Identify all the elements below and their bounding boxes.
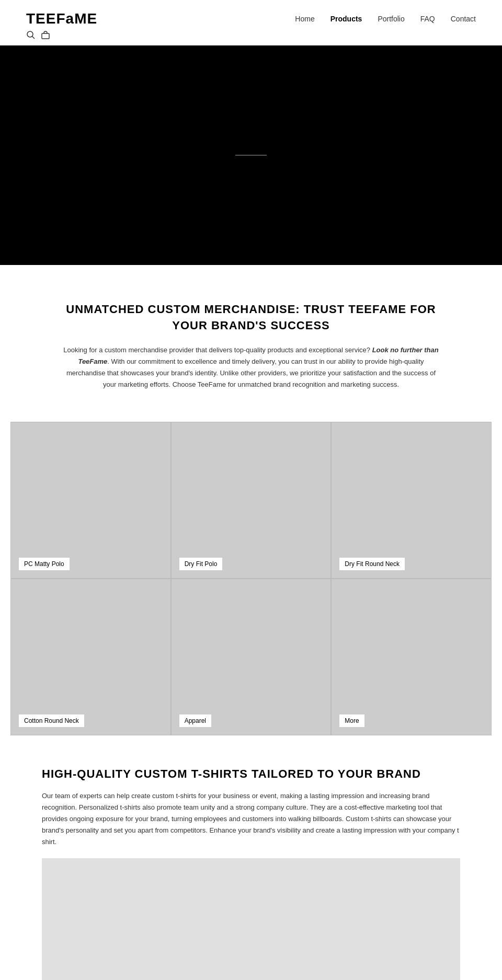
product-label-dry-fit-polo[interactable]: Dry Fit Polo [179,558,223,570]
nav-contact[interactable]: Contact [451,15,476,23]
tagline-suffix: . With our commitment to excellence and … [66,358,436,388]
nav-portfolio[interactable]: Portfolio [378,15,404,23]
product-grid-section: PC Matty Polo Dry Fit Polo Dry Fit Round… [0,422,502,735]
custom-tshirt-title: HIGH-QUALITY CUSTOM T-SHIRTS TAILORED TO… [42,767,460,782]
svg-point-0 [27,31,33,37]
product-cell-3: Dry Fit Round Neck [331,422,492,579]
tagline-section: UNMATCHED CUSTOM MERCHANDISE: TRUST TEEF… [0,265,502,422]
tagline-title: UNMATCHED CUSTOM MERCHANDISE: TRUST TEEF… [63,302,439,334]
product-cell-2: Dry Fit Polo [171,422,332,579]
product-label-apparel[interactable]: Apparel [179,714,211,727]
cart-icon[interactable] [41,30,50,40]
hero-divider [235,155,267,156]
product-cell-6: More [331,579,492,735]
nav-faq[interactable]: FAQ [420,15,435,23]
tagline-text: Looking for a custom merchandise provide… [63,344,439,390]
product-cell-4: Cotton Round Neck [10,579,171,735]
custom-tshirt-image [42,858,460,980]
product-cell-1: PC Matty Polo [10,422,171,579]
product-cell-5: Apparel [171,579,332,735]
search-icon[interactable] [26,30,36,40]
svg-rect-2 [42,33,49,39]
tagline-prefix: Looking for a custom merchandise provide… [63,346,372,354]
svg-line-1 [32,37,35,39]
product-label-cotton-round-neck[interactable]: Cotton Round Neck [19,714,84,727]
logo-icons [26,30,97,40]
product-label-dry-fit-round-neck[interactable]: Dry Fit Round Neck [339,558,405,570]
nav-products[interactable]: Products [330,15,362,23]
main-nav: Home Products Portfolio FAQ Contact [295,10,476,23]
product-label-pc-matty-polo[interactable]: PC Matty Polo [19,558,70,570]
custom-tshirt-section: HIGH-QUALITY CUSTOM T-SHIRTS TAILORED TO… [0,735,502,980]
product-label-more[interactable]: More [339,714,364,727]
hero-section [0,45,502,265]
custom-tshirt-text: Our team of experts can help create cust… [42,790,460,848]
product-grid: PC Matty Polo Dry Fit Polo Dry Fit Round… [10,422,492,735]
logo[interactable]: TEEFaME [26,10,97,27]
logo-area: TEEFaME [26,10,97,40]
header: TEEFaME Home Products Portfolio FAQ Cont… [0,0,502,45]
nav-home[interactable]: Home [295,15,314,23]
